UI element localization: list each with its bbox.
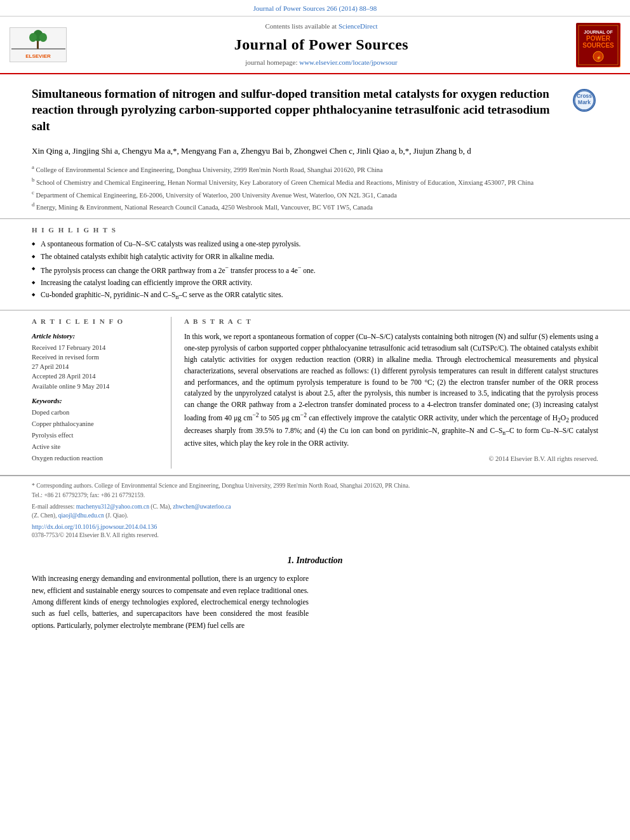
highlight-item-1: A spontaneous formation of Cu–N–S/C cata… [32,239,598,250]
journal-homepage: journal homepage: www.elsevier.com/locat… [245,58,397,67]
journal-top-text: Journal of Power Sources 266 (2014) 88–9… [253,4,377,12]
email-qiao[interactable]: qiaojl@dhu.edu.cn [58,512,104,519]
svg-text:ELSEVIER: ELSEVIER [25,53,51,59]
article-info-col: A R T I C L E I N F O Article history: R… [32,317,171,469]
highlight-item-5: Cu-bonded graphitic–N, pyridinic–N and C… [32,290,598,302]
keyword-1: Doped carbon [32,407,161,418]
introduction-section: 1. Introduction With increasing energy d… [0,545,630,638]
corresponding-note: * Corresponding authors. College of Envi… [32,481,598,500]
homepage-url[interactable]: www.elsevier.com/locate/jpowsour [299,58,397,66]
keywords-label: Keywords: [32,396,161,406]
header-center: Contents lists available at ScienceDirec… [76,22,566,67]
keyword-2: Copper phthalocyanine [32,418,161,430]
crossmark-icon[interactable]: Cross Mark [573,89,596,112]
revised-date: 27 April 2014 [32,362,161,371]
intro-col-right [321,573,598,631]
svg-text:SOURCES: SOURCES [582,42,614,49]
article-info-label: A R T I C L E I N F O [32,317,161,326]
keyword-3: Pyrolysis effect [32,430,161,441]
affil-a: a College of Environmental Science and E… [32,163,598,175]
header-section: ELSEVIER Contents lists available at Sci… [0,17,630,74]
highlight-item-2: The obtained catalysts exhibit high cata… [32,251,598,262]
authors-text: Xin Qing a, Jingjing Shi a, Chengyu Ma a… [32,146,471,156]
copyright-text: © 2014 Elsevier B.V. All rights reserved… [184,455,598,464]
keyword-4: Active site [32,441,161,453]
email-note: E-mail addresses: machenyu312@yahoo.com.… [32,502,598,521]
article-history: Article history: Received 17 February 20… [32,331,161,390]
jps-logo: JOURNAL OF POWER SOURCES ⚡ [576,23,620,67]
journal-top-bar: Journal of Power Sources 266 (2014) 88–9… [0,0,630,17]
sciencedirect-line: Contents lists available at ScienceDirec… [265,22,377,31]
sciencedirect-link[interactable]: ScienceDirect [338,22,378,30]
keyword-5: Oxygen reduction reaction [32,453,161,464]
journal-title: Journal of Power Sources [234,34,408,56]
two-col-section: A R T I C L E I N F O Article history: R… [0,310,630,476]
elsevier-logo-area: ELSEVIER [6,22,70,67]
intro-heading: 1. Introduction [32,554,598,567]
svg-point-4 [39,33,47,42]
online-date: Available online 9 May 2014 [32,382,161,391]
doi-link[interactable]: http://dx.doi.org/10.1016/j.jpowsour.201… [32,523,598,531]
highlight-item-4: Increasing the catalyst loading can effi… [32,277,598,288]
abstract-label: A B S T R A C T [184,317,598,326]
highlights-section: H I G H L I G H T S A spontaneous format… [0,219,630,310]
article-title-section: Simultaneous formation of nitrogen and s… [0,74,630,141]
revised-label: Received in revised form [32,352,161,362]
email-zhw[interactable]: zhwchen@uwaterloo.ca [173,503,231,510]
svg-text:POWER: POWER [586,35,611,42]
intro-col-left: With increasing energy demanding and env… [32,573,309,631]
abstract-text: In this work, we report a spontaneous fo… [184,331,598,450]
affil-b: b School of Chemistry and Chemical Engin… [32,176,598,187]
highlight-item-3: The pyrolysis process can change the ORR… [32,263,598,276]
accepted-date: Accepted 28 April 2014 [32,371,161,381]
authors-section: Xin Qing a, Jingjing Shi a, Chengyu Ma a… [0,141,630,161]
page-footer: * Corresponding authors. College of Envi… [0,476,630,545]
abstract-col: A B S T R A C T In this work, we report … [184,317,598,469]
keywords-list: Doped carbon Copper phthalocyanine Pyrol… [32,407,161,463]
intro-two-col: With increasing energy demanding and env… [32,573,598,631]
svg-text:⚡: ⚡ [596,55,601,60]
svg-text:JOURNAL OF: JOURNAL OF [584,30,613,34]
keywords-group: Keywords: Doped carbon Copper phthalocya… [32,396,161,464]
jps-logo-area: JOURNAL OF POWER SOURCES ⚡ [573,22,624,67]
elsevier-logo: ELSEVIER [10,27,67,62]
affiliations-section: a College of Environmental Science and E… [0,161,630,219]
affil-d: d Energy, Mining & Environment, National… [32,201,598,212]
affil-c: c Department of Chemical Engineering, E6… [32,189,598,200]
received-date: Received 17 February 2014 [32,343,161,352]
article-title: Simultaneous formation of nitrogen and s… [32,86,566,135]
email-ma[interactable]: machenyu312@yahoo.com.cn [76,503,149,510]
history-label: Article history: [32,331,161,341]
crossmark-badge[interactable]: Cross Mark [573,89,598,114]
svg-text:Mark: Mark [578,98,591,105]
svg-point-3 [29,33,37,42]
highlights-list: A spontaneous formation of Cu–N–S/C cata… [32,239,598,302]
highlights-label: H I G H L I G H T S [32,225,598,235]
issn-text: 0378-7753/© 2014 Elsevier B.V. All right… [32,531,598,540]
